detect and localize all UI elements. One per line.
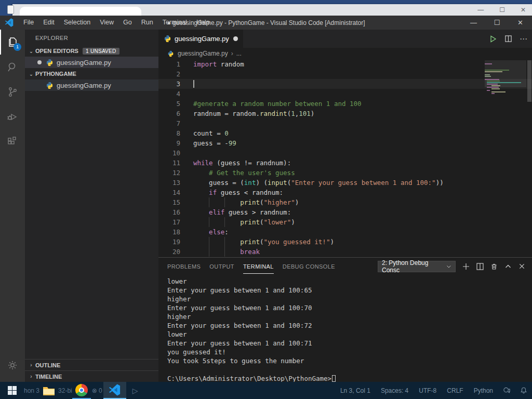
code-line-10[interactable]: 10 <box>158 148 532 158</box>
bg-maximize-icon[interactable]: ☐ <box>499 6 505 14</box>
menu-file[interactable]: File <box>19 16 38 30</box>
activity-bar: 1 <box>0 30 25 382</box>
tab-guessinggame[interactable]: guessingGame.py <box>158 30 243 48</box>
code-line-14[interactable]: 14 if guess < randnum: <box>158 188 532 197</box>
code-editor[interactable]: 1import random2345#generate a random num… <box>158 59 532 257</box>
tab-dirty-icon[interactable] <box>233 36 238 41</box>
explorer-icon[interactable]: 1 <box>0 30 25 55</box>
code-line-8[interactable]: 8count = 0 <box>158 128 532 138</box>
code-line-6[interactable]: 6randnum = random.randint(1,101) <box>158 109 532 118</box>
code-line-9[interactable]: 9guess = -99 <box>158 138 532 148</box>
panel-tab-problems[interactable]: PROBLEMS <box>167 259 201 274</box>
terminal-selector-value: 2: Python Debug Consc <box>382 259 446 274</box>
kill-terminal-icon[interactable] <box>490 263 498 270</box>
menu-go[interactable]: Go <box>118 16 137 30</box>
breadcrumb-file[interactable]: guessingGame.py <box>178 50 228 57</box>
status-python[interactable]: Python <box>469 387 498 394</box>
code-line-19[interactable]: 19 print("you guessed it!") <box>158 237 532 247</box>
code-line-16[interactable]: 16 elif guess > randnum: <box>158 207 532 217</box>
code-line-18[interactable]: 18 else: <box>158 227 532 237</box>
open-editor-item[interactable]: guessingGame.py <box>25 57 158 68</box>
scrollbar-thumb[interactable] <box>527 60 531 102</box>
code-line-4[interactable]: 4 <box>158 89 532 99</box>
extensions-icon[interactable] <box>0 129 25 154</box>
status-ln[interactable]: Ln 3, Col 1 <box>335 387 376 394</box>
background-doc-icon <box>7 5 14 14</box>
code-line-1[interactable]: 1import random <box>158 59 532 69</box>
status-utf-8[interactable]: UTF-8 <box>414 387 442 394</box>
line-number: 9 <box>158 138 180 148</box>
notifications-bell-icon[interactable] <box>515 387 532 394</box>
minimize-button[interactable]: — <box>462 16 485 30</box>
python-file-icon <box>46 59 54 66</box>
file-name: guessingGame.py <box>57 82 111 89</box>
terminal-output[interactable]: lowerEnter your guess between 1 and 100:… <box>158 275 532 383</box>
maximize-panel-icon[interactable] <box>504 263 512 270</box>
line-number: 3 <box>158 79 180 89</box>
chevron-right-icon: › <box>27 374 35 379</box>
feedback-icon[interactable] <box>498 387 515 394</box>
open-editors-header[interactable]: ⌄ OPEN EDITORS 1 UNSAVED <box>25 45 158 57</box>
code-line-11[interactable]: 11while (guess != randnum): <box>158 158 532 168</box>
terminal-line: higher <box>167 312 532 321</box>
bg-close-icon[interactable]: ✕ <box>521 6 526 14</box>
terminal-line: Enter your guess between 1 and 100:71 <box>167 339 532 348</box>
code-line-20[interactable]: 20 break <box>158 247 532 257</box>
breadcrumb[interactable]: guessingGame.py › ... <box>158 48 532 59</box>
maximize-button[interactable]: ☐ <box>485 16 509 30</box>
background-window-controls[interactable]: — ☐ ✕ <box>477 6 526 14</box>
line-number: 6 <box>158 109 180 118</box>
split-editor-icon[interactable] <box>504 35 512 43</box>
code-line-15[interactable]: 15 print("higher") <box>158 197 532 207</box>
code-line-17[interactable]: 17 print("lower") <box>158 217 532 227</box>
menu-run[interactable]: Run <box>137 16 158 30</box>
status-crlf[interactable]: CRLF <box>442 387 468 394</box>
file-item[interactable]: guessingGame.py <box>25 79 158 91</box>
menu-view[interactable]: View <box>95 16 118 30</box>
chrome-taskbar-icon[interactable] <box>72 382 91 399</box>
run-debug-icon[interactable] <box>0 104 25 129</box>
status-spaces[interactable]: Spaces: 4 <box>376 387 414 394</box>
settings-gear-icon[interactable] <box>0 353 25 378</box>
run-button[interactable] <box>489 35 497 43</box>
line-number: 8 <box>158 128 180 138</box>
status-bar: Ln 3, Col 1Spaces: 4UTF-8CRLFPython <box>335 387 532 394</box>
menu-edit[interactable]: Edit <box>38 16 59 30</box>
code-line-7[interactable]: 7 <box>158 118 532 128</box>
taskbar: hon 3 32-bi ⊗ 0 ▷ Ln 3, Col 1Spaces: 4UT… <box>0 382 532 399</box>
timeline-label: TIMELINE <box>35 374 62 380</box>
bg-minimize-icon[interactable]: — <box>477 6 484 14</box>
start-button[interactable] <box>0 382 24 399</box>
background-window-tab[interactable] <box>20 7 141 16</box>
background-window[interactable]: — ☐ ✕ <box>12 4 532 16</box>
panel-tab-output[interactable]: OUTPUT <box>209 259 234 274</box>
notification-badge: ⊗ 0 <box>92 387 102 394</box>
code-line-5[interactable]: 5#generate a random number between 1 and… <box>158 99 532 109</box>
more-actions-icon[interactable]: ⋯ <box>520 34 528 44</box>
folder-header[interactable]: ⌄ PYTHONGAME <box>25 68 158 79</box>
panel-tab-terminal[interactable]: TERMINAL <box>243 259 274 274</box>
python-file-icon <box>164 35 171 43</box>
search-icon[interactable] <box>0 55 25 79</box>
file-explorer-taskbar-icon[interactable] <box>39 382 58 399</box>
split-terminal-icon[interactable] <box>476 263 484 270</box>
vscode-taskbar-icon[interactable] <box>103 382 126 399</box>
new-terminal-icon[interactable] <box>462 263 470 270</box>
terminal-line: lower <box>167 277 532 286</box>
minimap[interactable] <box>485 60 526 180</box>
source-control-icon[interactable] <box>0 79 25 104</box>
line-number: 19 <box>158 237 180 247</box>
terminal-selector[interactable]: 2: Python Debug Consc <box>378 261 456 272</box>
close-panel-icon[interactable] <box>518 263 525 270</box>
timeline-section[interactable]: › TIMELINE <box>25 370 158 382</box>
code-line-2[interactable]: 2 <box>158 69 532 79</box>
code-line-12[interactable]: 12 # Get the user's guess <box>158 168 532 178</box>
panel-tab-debug-console[interactable]: DEBUG CONSOLE <box>283 259 335 274</box>
breadcrumb-more[interactable]: ... <box>236 50 242 57</box>
menu-selection[interactable]: Selection <box>59 16 95 30</box>
code-line-3[interactable]: 3 <box>158 79 532 89</box>
editor-scrollbar[interactable] <box>527 59 532 257</box>
outline-section[interactable]: › OUTLINE <box>25 359 158 370</box>
code-line-13[interactable]: 13 guess = (int) (input("Enter your gues… <box>158 178 532 188</box>
close-button[interactable]: ✕ <box>509 16 532 30</box>
